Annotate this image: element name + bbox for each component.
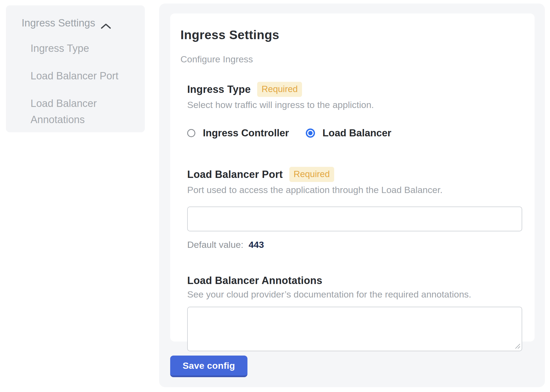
lb-annotations-label: Load Balancer Annotations (187, 275, 322, 286)
form-sections: Ingress Type Required Select how traffic… (187, 82, 522, 351)
ingress-type-radio-group: Ingress Controller Load Balancer (187, 127, 522, 139)
default-value: 443 (249, 239, 264, 250)
radio-load-balancer-label: Load Balancer (323, 127, 391, 139)
required-badge: Required (257, 82, 302, 97)
default-value-row: Default value: 443 (187, 239, 522, 250)
field-load-balancer-port: Load Balancer Port Required Port used to… (187, 167, 522, 250)
ingress-type-description: Select how traffic will ingress to the a… (187, 100, 522, 110)
radio-ingress-controller[interactable]: Ingress Controller (187, 127, 289, 139)
load-balancer-annotations-textarea[interactable] (187, 307, 522, 351)
radio-load-balancer[interactable]: Load Balancer (306, 127, 391, 139)
chevron-up-icon (100, 21, 111, 28)
ingress-type-label: Ingress Type (187, 84, 251, 95)
load-balancer-port-input[interactable] (187, 207, 522, 231)
radio-ingress-controller-label: Ingress Controller (203, 127, 289, 139)
sidebar-item-ingress-settings[interactable]: Ingress Settings (22, 17, 137, 29)
ingress-settings-panel: Ingress Settings Configure Ingress Ingre… (159, 4, 545, 387)
radio-unchecked-icon[interactable] (187, 129, 195, 137)
default-value-label: Default value: (187, 239, 243, 250)
resize-handle-icon[interactable] (514, 343, 521, 349)
sidebar-item-ingress-type[interactable]: Ingress Type (31, 40, 136, 56)
sidebar-parent-label: Ingress Settings (22, 17, 95, 29)
required-badge: Required (289, 167, 334, 182)
sidebar-item-load-balancer-port[interactable]: Load Balancer Port (31, 68, 136, 84)
lb-annotations-description: See your cloud provider’s documentation … (187, 289, 522, 300)
ingress-settings-card: Ingress Settings Configure Ingress Ingre… (170, 13, 535, 342)
page-subtitle: Configure Ingress (180, 54, 522, 65)
settings-sidebar: Ingress Settings Ingress Type Load Balan… (6, 5, 145, 132)
field-load-balancer-annotations: Load Balancer Annotations See your cloud… (187, 275, 522, 351)
sidebar-item-load-balancer-annotations[interactable]: Load Balancer Annotations (31, 95, 136, 128)
sidebar-sublist: Ingress Type Load Balancer Port Load Bal… (31, 40, 137, 128)
page-title: Ingress Settings (180, 28, 522, 42)
lb-port-description: Port used to access the application thro… (187, 185, 522, 195)
field-ingress-type: Ingress Type Required Select how traffic… (187, 82, 522, 139)
lb-port-label: Load Balancer Port (187, 169, 283, 180)
radio-checked-icon[interactable] (306, 129, 315, 138)
save-config-button[interactable]: Save config (170, 356, 247, 377)
